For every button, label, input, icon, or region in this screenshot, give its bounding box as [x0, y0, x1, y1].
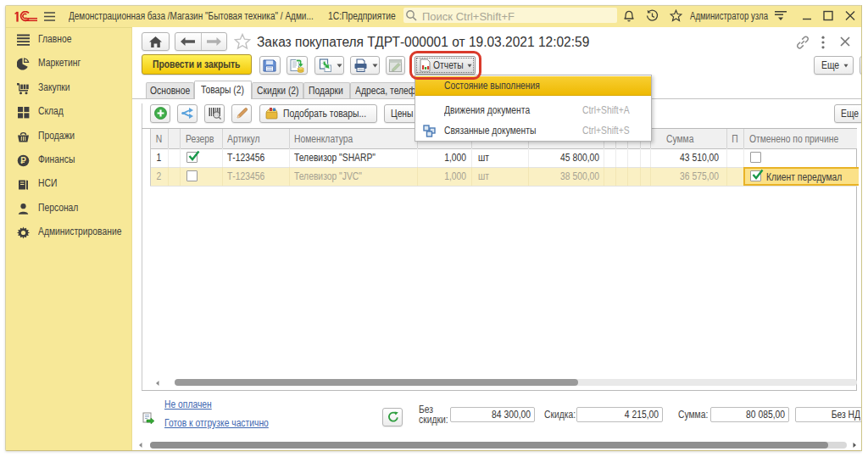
svg-text:P: P — [20, 156, 26, 165]
